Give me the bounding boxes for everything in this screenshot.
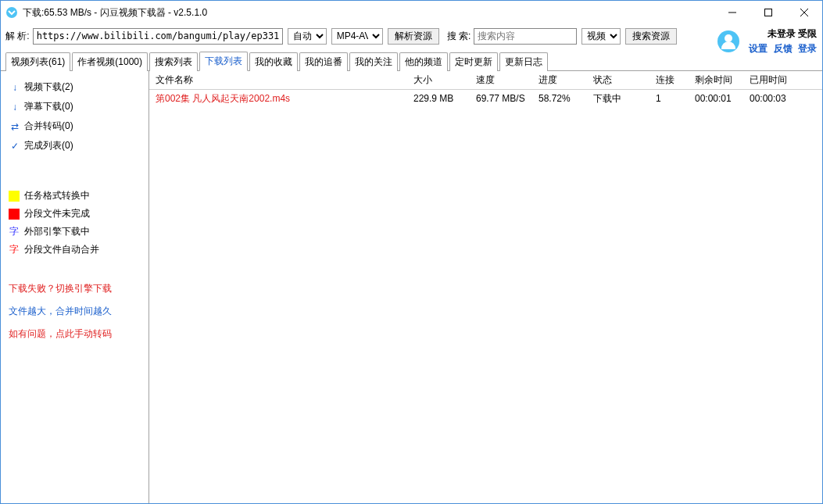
sidebar-item-merge-transcode[interactable]: ⇄ 合并转码(0): [9, 116, 141, 136]
format-select[interactable]: MP4-AVC: [331, 28, 383, 45]
char-icon: 字: [9, 243, 20, 256]
tab-my-favorites[interactable]: 我的收藏: [249, 52, 298, 71]
sidebar: ↓ 视频下载(2) ↓ 弹幕下载(0) ⇄ 合并转码(0) ✓ 完成列表(0) …: [1, 71, 149, 503]
main-area: ↓ 视频下载(2) ↓ 弹幕下载(0) ⇄ 合并转码(0) ✓ 完成列表(0) …: [1, 71, 822, 503]
col-header-remain[interactable]: 剩余时间: [689, 73, 743, 87]
cell-remain: 00:00:01: [689, 93, 743, 104]
search-button[interactable]: 搜索资源: [625, 28, 677, 45]
minimize-button[interactable]: [714, 1, 750, 24]
check-icon: ✓: [9, 141, 21, 152]
auto-select[interactable]: 自动: [288, 28, 327, 45]
legend-row: 任务格式转换中: [9, 187, 141, 205]
tip-switch-engine[interactable]: 下载失败？切换引擎下载: [9, 277, 141, 300]
tab-author-video[interactable]: 作者视频(1000): [72, 52, 148, 71]
download-icon: ↓: [9, 102, 21, 113]
svg-point-0: [6, 7, 17, 18]
tab-changelog[interactable]: 更新日志: [499, 52, 548, 71]
tab-download-list[interactable]: 下载列表: [199, 52, 248, 71]
cell-conn: 1: [649, 93, 689, 104]
col-header-progress[interactable]: 进度: [532, 73, 587, 87]
search-type-select[interactable]: 视频: [581, 28, 621, 45]
user-area: 未登录 受限 设置 反馈 登录: [717, 27, 817, 55]
search-input[interactable]: [474, 28, 577, 45]
col-header-size[interactable]: 大小: [407, 73, 470, 87]
col-header-status[interactable]: 状态: [587, 73, 649, 87]
login-link[interactable]: 登录: [798, 43, 817, 54]
tab-video-list[interactable]: 视频列表(61): [5, 52, 70, 71]
sidebar-item-video-download[interactable]: ↓ 视频下载(2): [9, 77, 141, 97]
col-header-speed[interactable]: 速度: [470, 73, 532, 87]
legend-label: 分段文件自动合并: [24, 243, 99, 256]
cell-status: 下载中: [587, 92, 649, 105]
window-title: 下载:65.53 MB/s - 闪豆视频下载器 - v2.5.1.0: [23, 6, 714, 20]
sidebar-item-danmaku-download[interactable]: ↓ 弹幕下载(0): [9, 97, 141, 116]
parse-label: 解 析:: [5, 30, 30, 43]
tip-manual-transcode[interactable]: 如有问题，点此手动转码: [9, 323, 141, 345]
cell-size: 229.9 MB: [407, 93, 470, 104]
swap-icon: ⇄: [9, 121, 21, 132]
legend-label: 任务格式转换中: [24, 189, 90, 202]
sidebar-item-label: 视频下载(2): [24, 80, 73, 94]
tab-timed-update[interactable]: 定时更新: [449, 52, 498, 71]
tips: 下载失败？切换引擎下载 文件越大，合并时间越久 如有问题，点此手动转码: [9, 277, 141, 345]
legend-row: 字 分段文件自动合并: [9, 241, 141, 259]
yellow-square-icon: [9, 191, 20, 202]
download-icon: ↓: [9, 82, 21, 93]
legend-label: 分段文件未完成: [24, 207, 90, 220]
tab-my-follow[interactable]: 我的关注: [349, 52, 398, 71]
app-icon: [5, 6, 18, 19]
legend-row: 分段文件未完成: [9, 205, 141, 223]
legend-row: 字 外部引擎下载中: [9, 223, 141, 241]
legend: 任务格式转换中 分段文件未完成 字 外部引擎下载中 字 分段文件自动合并: [9, 187, 141, 259]
titlebar: 下载:65.53 MB/s - 闪豆视频下载器 - v2.5.1.0: [1, 1, 822, 24]
red-square-icon: [9, 209, 20, 220]
table-row[interactable]: 第002集 凡人风起天南2002.m4s 229.9 MB 69.77 MB/S…: [149, 90, 822, 107]
cell-name: 第002集 凡人风起天南2002.m4s: [149, 92, 407, 105]
col-header-name[interactable]: 文件名称: [149, 73, 407, 87]
tab-his-channel[interactable]: 他的频道: [399, 52, 448, 71]
window-controls: [714, 1, 822, 24]
sidebar-item-label: 弹幕下载(0): [24, 100, 73, 113]
cell-speed: 69.77 MB/S: [470, 93, 532, 104]
login-status: 未登录 受限: [746, 27, 817, 41]
avatar[interactable]: [717, 30, 739, 52]
svg-rect-2: [765, 9, 772, 16]
col-header-conn[interactable]: 连接: [649, 73, 689, 87]
sidebar-item-completed[interactable]: ✓ 完成列表(0): [9, 136, 141, 155]
sidebar-item-label: 合并转码(0): [24, 120, 73, 133]
parse-button[interactable]: 解析资源: [388, 28, 439, 45]
download-table: 文件名称 大小 速度 进度 状态 连接 剩余时间 已用时间 第002集 凡人风起…: [149, 71, 822, 503]
sidebar-item-label: 完成列表(0): [24, 139, 73, 152]
tip-large-file: 文件越大，合并时间越久: [9, 300, 141, 323]
cell-progress: 58.72%: [532, 93, 587, 104]
col-header-used[interactable]: 已用时间: [743, 73, 798, 87]
maximize-button[interactable]: [750, 1, 786, 24]
char-icon: 字: [9, 225, 20, 238]
url-input[interactable]: [33, 28, 283, 45]
tab-my-bangumi[interactable]: 我的追番: [299, 52, 348, 71]
tab-bar: 视频列表(61) 作者视频(1000) 搜索列表 下载列表 我的收藏 我的追番 …: [1, 48, 822, 71]
tab-search-list[interactable]: 搜索列表: [149, 52, 198, 71]
table-header: 文件名称 大小 速度 进度 状态 连接 剩余时间 已用时间: [149, 71, 822, 90]
legend-label: 外部引擎下载中: [24, 225, 90, 238]
search-label: 搜 索:: [447, 30, 471, 43]
settings-link[interactable]: 设置: [749, 43, 768, 54]
feedback-link[interactable]: 反馈: [774, 43, 793, 54]
cell-used: 00:00:03: [743, 93, 798, 104]
close-button[interactable]: [786, 1, 822, 24]
toolbar: 解 析: 自动 MP4-AVC 解析资源 搜 索: 视频 搜索资源: [1, 24, 822, 48]
